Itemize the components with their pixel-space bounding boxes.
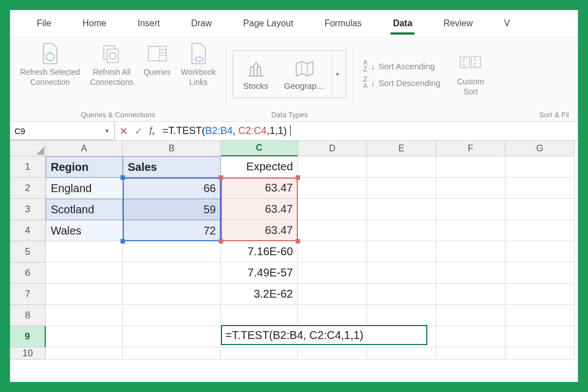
cell-B9[interactable] bbox=[123, 326, 221, 347]
cell-A8[interactable] bbox=[46, 305, 123, 326]
range-handle[interactable] bbox=[296, 175, 300, 180]
col-header-B[interactable]: B bbox=[123, 141, 221, 156]
cell-C6[interactable]: 7.49E-57 bbox=[221, 262, 298, 284]
tab-page-layout[interactable]: Page Layout bbox=[228, 10, 309, 37]
cell-F6[interactable] bbox=[436, 262, 505, 284]
cell-C5[interactable]: 7.16E-60 bbox=[221, 241, 298, 262]
cell-G5[interactable] bbox=[505, 241, 575, 262]
cell-C10[interactable] bbox=[221, 347, 298, 360]
cell-G7[interactable] bbox=[505, 284, 575, 305]
tab-review[interactable]: Review bbox=[428, 10, 488, 37]
cell-B6[interactable] bbox=[123, 262, 221, 284]
cell-D4[interactable] bbox=[298, 220, 367, 241]
cell-B10[interactable] bbox=[123, 347, 221, 360]
col-header-D[interactable]: D bbox=[298, 141, 367, 156]
cell-A7[interactable] bbox=[46, 284, 123, 305]
cell-A4[interactable]: Wales bbox=[46, 220, 123, 241]
cell-C7[interactable]: 3.2E-62 bbox=[221, 284, 298, 305]
cell-B8[interactable] bbox=[123, 305, 221, 326]
sort-ascending-button[interactable]: AZ ↓ Sort Ascending bbox=[363, 59, 440, 73]
cell-G10[interactable] bbox=[505, 347, 575, 360]
cell-F5[interactable] bbox=[436, 241, 505, 262]
active-cell-editor[interactable]: =T.TEST(B2:B4, C2:C4,1,1) bbox=[221, 325, 427, 345]
cell-C1[interactable]: Expected bbox=[221, 156, 298, 178]
row-header-7[interactable]: 7 bbox=[10, 284, 46, 305]
cell-E8[interactable] bbox=[367, 305, 436, 326]
tab-draw[interactable]: Draw bbox=[175, 10, 227, 37]
cell-G4[interactable] bbox=[505, 220, 575, 241]
cell-E1[interactable] bbox=[367, 156, 436, 178]
cell-F3[interactable] bbox=[436, 199, 505, 220]
formula-input[interactable]: =T.TEST(B2:B4, C2:C4,1,1) bbox=[159, 125, 578, 137]
select-all-corner[interactable] bbox=[10, 141, 46, 156]
cell-A1[interactable]: Region bbox=[46, 156, 123, 178]
cell-C3[interactable]: 63.47 bbox=[221, 199, 298, 220]
cell-E2[interactable] bbox=[367, 178, 436, 199]
stocks-button[interactable]: Stocks bbox=[235, 55, 276, 94]
row-header-2[interactable]: 2 bbox=[10, 178, 46, 199]
name-box[interactable]: C9 ▼ bbox=[10, 122, 115, 140]
row-header-3[interactable]: 3 bbox=[10, 199, 46, 220]
cell-F10[interactable] bbox=[436, 347, 505, 360]
refresh-all-button[interactable]: Refresh All Connections bbox=[86, 40, 137, 89]
cell-E5[interactable] bbox=[367, 241, 436, 262]
col-header-A[interactable]: A bbox=[46, 141, 123, 156]
cell-A10[interactable] bbox=[46, 347, 123, 360]
cell-D10[interactable] bbox=[298, 347, 367, 360]
cell-A3[interactable]: Scotland bbox=[46, 199, 123, 220]
tab-formulas[interactable]: Formulas bbox=[309, 10, 378, 37]
cell-F4[interactable] bbox=[436, 220, 505, 241]
queries-button[interactable]: Queries bbox=[140, 40, 174, 79]
cell-E3[interactable] bbox=[367, 199, 436, 220]
range-handle[interactable] bbox=[219, 175, 223, 180]
cell-D1[interactable] bbox=[298, 156, 367, 178]
range-handle[interactable] bbox=[121, 239, 125, 243]
tab-view[interactable]: V bbox=[489, 10, 514, 37]
cell-B7[interactable] bbox=[123, 284, 221, 305]
cell-B4[interactable]: 72 bbox=[123, 220, 221, 241]
cell-B2[interactable]: 66 bbox=[123, 178, 221, 199]
tab-file[interactable]: File bbox=[21, 10, 67, 37]
cell-D3[interactable] bbox=[298, 199, 367, 220]
cell-G1[interactable] bbox=[505, 156, 575, 178]
cell-A6[interactable] bbox=[46, 262, 123, 284]
range-handle[interactable] bbox=[296, 239, 300, 243]
insert-function-button[interactable]: fx bbox=[150, 125, 155, 136]
cell-D5[interactable] bbox=[298, 241, 367, 262]
cell-F7[interactable] bbox=[436, 284, 505, 305]
col-header-E[interactable]: E bbox=[367, 141, 436, 156]
cell-D6[interactable] bbox=[298, 262, 367, 284]
col-header-C[interactable]: C bbox=[221, 141, 298, 156]
col-header-F[interactable]: F bbox=[436, 141, 505, 156]
refresh-selected-button[interactable]: Refresh Selected Connection bbox=[17, 40, 83, 89]
cell-G8[interactable] bbox=[505, 305, 575, 326]
row-header-8[interactable]: 8 bbox=[10, 305, 46, 326]
cell-A5[interactable] bbox=[46, 241, 123, 262]
cell-D8[interactable] bbox=[298, 305, 367, 326]
geography-button[interactable]: Geograp... bbox=[276, 55, 331, 94]
cell-E10[interactable] bbox=[367, 347, 436, 360]
row-header-4[interactable]: 4 bbox=[10, 220, 46, 241]
cell-B5[interactable] bbox=[123, 241, 221, 262]
cell-G6[interactable] bbox=[505, 262, 575, 284]
cell-F1[interactable] bbox=[436, 156, 505, 178]
cell-B3[interactable]: 59 bbox=[123, 199, 221, 220]
cell-C8[interactable] bbox=[221, 305, 298, 326]
data-types-more[interactable]: ▾ bbox=[331, 53, 344, 95]
enter-button[interactable]: ✓ bbox=[134, 125, 143, 137]
cell-E7[interactable] bbox=[367, 284, 436, 305]
sort-descending-button[interactable]: ZA ↓ Sort Descending bbox=[363, 76, 440, 89]
tab-data[interactable]: Data bbox=[377, 10, 428, 37]
custom-sort-button[interactable]: ZAAZ Custom Sort bbox=[454, 50, 487, 99]
row-header-6[interactable]: 6 bbox=[10, 262, 46, 284]
cell-F9[interactable] bbox=[436, 326, 505, 347]
cancel-button[interactable]: ✕ bbox=[119, 125, 128, 137]
row-header-5[interactable]: 5 bbox=[10, 241, 46, 262]
row-header-1[interactable]: 1 bbox=[10, 156, 46, 178]
workbook-links-button[interactable]: Workbook Links bbox=[177, 40, 219, 89]
cell-A2[interactable]: England bbox=[46, 178, 123, 199]
cell-G2[interactable] bbox=[505, 178, 575, 199]
cell-F8[interactable] bbox=[436, 305, 505, 326]
range-handle[interactable] bbox=[219, 239, 223, 243]
cell-D7[interactable] bbox=[298, 284, 367, 305]
